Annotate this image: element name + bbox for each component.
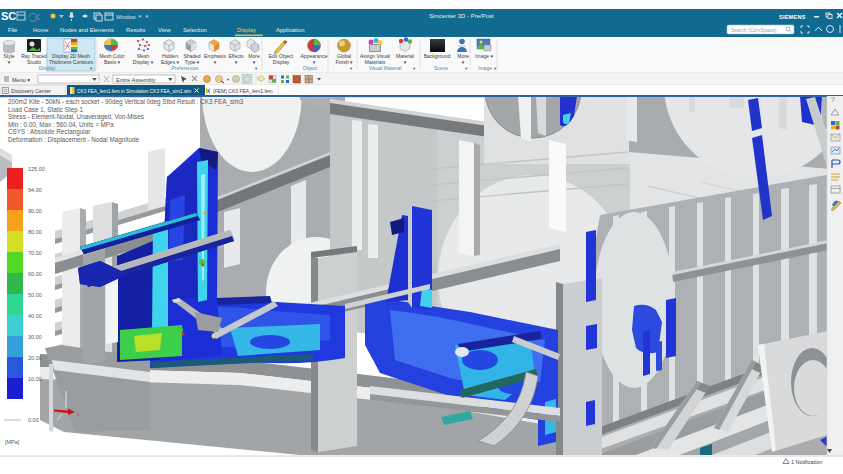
svg-text:94.00: 94.00 — [28, 187, 42, 193]
svg-text:Deformation : Displacement - N: Deformation : Displacement - Nodal Magni… — [8, 136, 139, 144]
svg-text:Selection: Selection — [183, 27, 207, 33]
svg-text:Display: Display — [39, 65, 56, 71]
svg-text:[MPa]: [MPa] — [5, 439, 20, 445]
svg-text:?: ? — [831, 96, 835, 103]
svg-text:Background: Background — [424, 53, 451, 59]
svg-text:90.00: 90.00 — [28, 208, 42, 214]
svg-text:30.00: 30.00 — [28, 334, 42, 340]
svg-text:Image: Image — [478, 65, 492, 71]
svg-text:Image ▾: Image ▾ — [475, 53, 493, 59]
svg-text:50.00: 50.00 — [28, 292, 42, 298]
svg-text:60.00: 60.00 — [28, 271, 42, 277]
svg-text:SC: SC — [1, 10, 16, 22]
svg-text:Entire Assembly: Entire Assembly — [116, 77, 156, 83]
svg-text:0.00: 0.00 — [28, 417, 39, 423]
svg-text:20.00: 20.00 — [28, 355, 42, 361]
svg-text:Finish ▾: Finish ▾ — [335, 59, 353, 65]
svg-text:125.00: 125.00 — [28, 166, 45, 172]
svg-text:40.00: 40.00 — [28, 313, 42, 319]
svg-text:(FEM) CK3 FEA_fem1.fem: (FEM) CK3 FEA_fem1.fem — [213, 88, 273, 94]
svg-text:Preferences: Preferences — [172, 65, 199, 71]
svg-text:10.00: 10.00 — [28, 376, 42, 382]
svg-text:File: File — [8, 27, 17, 33]
svg-text:Visual Material: Visual Material — [369, 65, 402, 71]
svg-text:View: View — [158, 27, 171, 33]
svg-text:Menu ▾: Menu ▾ — [12, 77, 30, 83]
svg-text:SIEMENS: SIEMENS — [779, 14, 806, 20]
svg-text:Nodes and Elements: Nodes and Elements — [60, 27, 114, 33]
svg-text:Discovery Center: Discovery Center — [11, 88, 51, 94]
svg-text:70.00: 70.00 — [28, 250, 42, 256]
svg-text:Window: Window — [116, 14, 136, 20]
svg-text:Search (Ctrl+Space): Search (Ctrl+Space) — [731, 27, 777, 33]
svg-text:1 Notification: 1 Notification — [791, 459, 822, 465]
svg-text:Home: Home — [33, 27, 48, 33]
svg-text:CK3 FEA_fem1.fem in Simulation: CK3 FEA_fem1.fem in Simulation CK3 FEA_s… — [77, 89, 191, 94]
svg-text:Scene: Scene — [434, 65, 448, 71]
svg-text:Min : 0.00, Max : 560.04, Unit: Min : 0.00, Max : 560.04, Units = MPa — [8, 121, 114, 128]
svg-text:Display: Display — [237, 27, 256, 33]
svg-text:Display ▾: Display ▾ — [133, 59, 154, 65]
svg-text:Simcenter 3D - Pre/Post: Simcenter 3D - Pre/Post — [429, 13, 494, 19]
svg-text:80.00: 80.00 — [28, 229, 42, 235]
svg-text:Thickness Contours: Thickness Contours — [49, 59, 94, 65]
svg-text:Application: Application — [276, 27, 304, 33]
svg-text:Object: Object — [303, 65, 318, 71]
svg-text:Display: Display — [273, 59, 290, 65]
svg-text:Basis ▾: Basis ▾ — [104, 59, 121, 65]
svg-text:Results: Results — [126, 27, 145, 33]
